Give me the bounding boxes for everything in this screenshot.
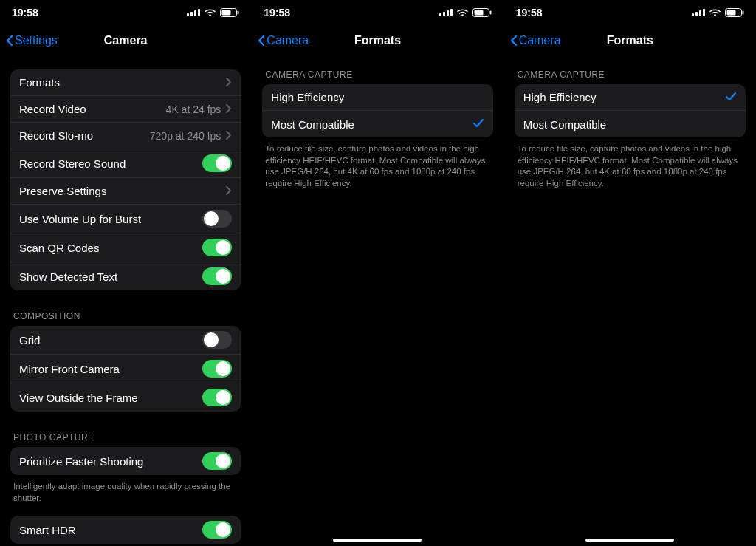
row-label: High Efficiency (523, 91, 725, 103)
back-label: Camera (267, 34, 309, 47)
row-grid[interactable]: Grid (10, 326, 241, 355)
back-label: Settings (15, 34, 58, 47)
phone-formats-high-efficiency: 19:58 Camera Formats CAMERA CAPTURE High… (504, 0, 756, 546)
row-record-slomo[interactable]: Record Slo-mo 720p at 240 fps (10, 123, 241, 149)
nav-bar: Camera Formats (504, 25, 756, 56)
check-icon (472, 117, 484, 132)
chevron-left-icon (6, 33, 13, 49)
toggle-outside-frame[interactable] (202, 389, 232, 406)
chevron-left-icon (258, 33, 265, 49)
row-most-compatible[interactable]: Most Compatible (515, 111, 746, 137)
row-label: Scan QR Codes (19, 242, 202, 254)
toggle-scan-qr[interactable] (202, 239, 232, 256)
wifi-icon (457, 8, 468, 17)
back-button[interactable]: Settings (0, 33, 58, 49)
row-label: View Outside the Frame (19, 392, 202, 404)
toggle-stereo-sound[interactable] (202, 154, 232, 172)
status-time: 19:58 (516, 7, 543, 18)
battery-icon (472, 8, 492, 17)
row-label: Mirror Front Camera (19, 363, 202, 375)
status-bar: 19:58 (252, 0, 503, 25)
chevron-right-icon (225, 77, 232, 89)
footer-camera-capture: To reduce file size, capture photos and … (262, 137, 492, 189)
toggle-smart-hdr[interactable] (202, 521, 232, 539)
status-bar: 19:58 (504, 0, 756, 25)
phone-camera-settings: 19:58 Settings Camera Formats (0, 0, 252, 546)
group-header-camera-capture: CAMERA CAPTURE (515, 69, 746, 84)
chevron-right-icon (225, 103, 232, 115)
row-label: Grid (19, 334, 202, 347)
signal-icon (187, 8, 200, 17)
row-detail: 720p at 240 fps (150, 130, 221, 142)
row-label: Prioritize Faster Shooting (19, 455, 202, 468)
page-title: Camera (104, 34, 148, 47)
row-smart-hdr[interactable]: Smart HDR (10, 516, 241, 544)
home-indicator[interactable] (333, 539, 422, 542)
row-label: Record Video (19, 103, 166, 115)
row-prioritize-faster[interactable]: Prioritize Faster Shooting (10, 447, 241, 475)
footer-prioritize: Intelligently adapt image quality when r… (10, 475, 241, 504)
chevron-right-icon (225, 130, 232, 142)
row-outside-frame[interactable]: View Outside the Frame (10, 383, 241, 412)
row-record-video[interactable]: Record Video 4K at 24 fps (10, 96, 241, 123)
back-button[interactable]: Camera (252, 33, 309, 49)
row-volume-burst[interactable]: Use Volume Up for Burst (10, 205, 241, 233)
group-header-photo-capture: PHOTO CAPTURE (10, 432, 241, 447)
row-detected-text[interactable]: Show Detected Text (10, 262, 241, 290)
nav-bar: Camera Formats (252, 25, 503, 56)
status-bar: 19:58 (0, 0, 251, 25)
chevron-left-icon (510, 33, 518, 49)
toggle-prioritize-faster[interactable] (202, 452, 232, 470)
wifi-icon (205, 8, 216, 17)
signal-icon (439, 8, 453, 17)
signal-icon (692, 8, 705, 17)
battery-icon (725, 8, 744, 17)
row-label: Most Compatible (523, 118, 737, 131)
check-icon (725, 90, 737, 105)
row-preserve-settings[interactable]: Preserve Settings (10, 178, 241, 205)
row-label: High Efficiency (271, 91, 484, 103)
footer-camera-capture: To reduce file size, capture photos and … (515, 137, 746, 189)
group-header-composition: COMPOSITION (10, 311, 241, 326)
row-label: Use Volume Up for Burst (19, 213, 202, 225)
chevron-right-icon (225, 185, 232, 197)
toggle-mirror-front[interactable] (202, 360, 232, 378)
row-scan-qr[interactable]: Scan QR Codes (10, 233, 241, 262)
page-title: Formats (607, 34, 653, 47)
row-mirror-front[interactable]: Mirror Front Camera (10, 355, 241, 383)
row-label: Most Compatible (271, 118, 472, 131)
row-high-efficiency[interactable]: High Efficiency (515, 84, 746, 111)
row-label: Record Stereo Sound (19, 157, 202, 170)
phone-formats-most-compatible: 19:58 Camera Formats CAMERA CAPTURE High… (252, 0, 504, 546)
group-header-camera-capture: CAMERA CAPTURE (262, 69, 492, 84)
row-label: Smart HDR (19, 524, 202, 536)
wifi-icon (709, 8, 721, 17)
status-time: 19:58 (264, 7, 290, 18)
back-label: Camera (519, 34, 561, 47)
home-indicator[interactable] (585, 539, 674, 542)
row-label: Record Slo-mo (19, 129, 150, 142)
row-high-efficiency[interactable]: High Efficiency (262, 84, 492, 111)
status-time: 19:58 (12, 7, 38, 18)
row-stereo-sound[interactable]: Record Stereo Sound (10, 149, 241, 178)
page-title: Formats (354, 34, 401, 47)
row-label: Formats (19, 76, 225, 89)
row-formats[interactable]: Formats (10, 69, 241, 96)
row-most-compatible[interactable]: Most Compatible (262, 111, 492, 137)
row-label: Show Detected Text (19, 270, 202, 283)
back-button[interactable]: Camera (504, 33, 561, 49)
battery-icon (220, 8, 239, 17)
toggle-detected-text[interactable] (202, 267, 232, 285)
row-label: Preserve Settings (19, 185, 225, 197)
nav-bar: Settings Camera (0, 25, 251, 56)
row-detail: 4K at 24 fps (166, 103, 221, 115)
toggle-volume-burst[interactable] (202, 210, 232, 228)
toggle-grid[interactable] (202, 331, 232, 349)
